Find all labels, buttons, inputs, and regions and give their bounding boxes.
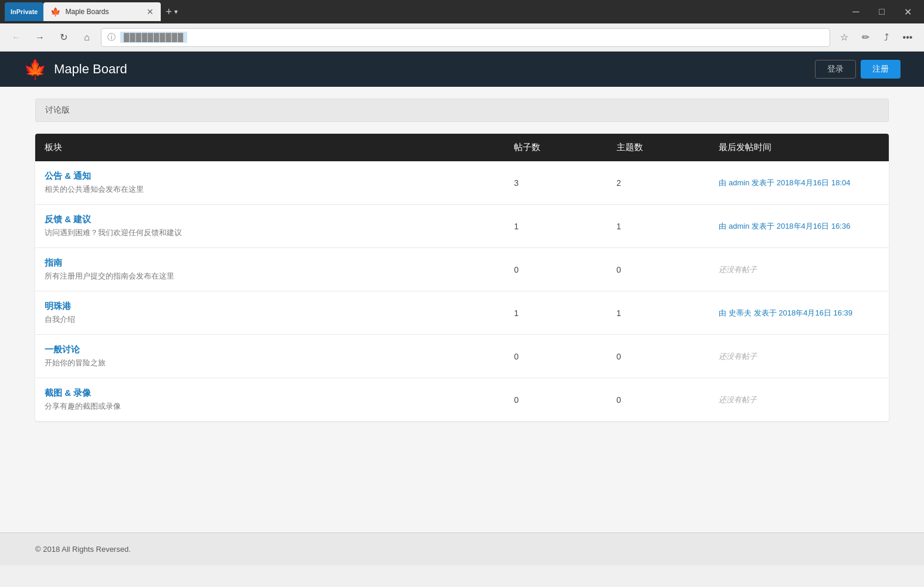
board-desc: 相关的公共通知会发布在这里	[45, 185, 144, 194]
title-bar: InPrivate 🍁 Maple Boards ✕ + ▾ ─ □ ✕	[0, 0, 924, 23]
app-logo: 🍁 Maple Board	[23, 58, 127, 80]
board-desc: 自我介绍	[45, 315, 75, 324]
table-row: 反馈 & 建议访问遇到困难？我们欢迎任何反馈和建议11由 admin 发表于 2…	[35, 205, 889, 248]
page-content: 讨论版 板块 帖子数 主题数 最后发帖时间 公告 & 通知相关的公共通知会发布在…	[0, 87, 924, 532]
posts-cell: 0	[505, 378, 607, 422]
col-header-lastpost: 最后发帖时间	[709, 134, 889, 161]
last-post-cell: 还没有帖子	[709, 378, 889, 422]
header-buttons: 登录 注册	[815, 60, 901, 79]
board-desc: 访问遇到困难？我们欢迎任何反馈和建议	[45, 228, 182, 237]
table-row: 截图 & 录像分享有趣的截图或录像00还没有帖子	[35, 378, 889, 422]
share-button[interactable]: ⤴	[877, 28, 896, 47]
topics-cell: 0	[607, 378, 710, 422]
app-header: 🍁 Maple Board 登录 注册	[0, 52, 924, 87]
address-text: ██████████	[120, 32, 187, 43]
page-footer: © 2018 All Rights Reversed.	[0, 532, 924, 565]
posts-cell: 1	[505, 291, 607, 335]
last-post-cell: 由 史蒂夫 发表于 2018年4月16日 16:39	[709, 291, 889, 335]
board-cell: 一般讨论开始你的冒险之旅	[35, 335, 505, 378]
posts-cell: 1	[505, 205, 607, 248]
refresh-button[interactable]: ↻	[54, 28, 73, 47]
board-cell: 反馈 & 建议访问遇到困难？我们欢迎任何反馈和建议	[35, 205, 505, 248]
board-link[interactable]: 截图 & 录像	[45, 388, 495, 399]
register-button[interactable]: 注册	[861, 60, 901, 79]
last-post-link[interactable]: 由 admin 发表于 2018年4月16日 16:36	[719, 222, 850, 230]
forum-table: 板块 帖子数 主题数 最后发帖时间 公告 & 通知相关的公共通知会发布在这里32…	[35, 134, 889, 421]
board-desc: 分享有趣的截图或录像	[45, 402, 121, 410]
last-post-link[interactable]: 由 史蒂夫 发表于 2018年4月16日 16:39	[719, 308, 852, 317]
address-bar[interactable]: ⓘ ██████████	[101, 28, 830, 47]
topics-cell: 1	[607, 291, 710, 335]
window-controls: ─ □ ✕	[844, 2, 919, 21]
tab-title-text: Maple Boards	[65, 8, 142, 16]
login-button[interactable]: 登录	[815, 60, 856, 79]
close-button[interactable]: ✕	[896, 2, 919, 21]
tab-favicon: 🍁	[50, 7, 60, 16]
posts-cell: 0	[505, 335, 607, 378]
board-cell: 截图 & 录像分享有趣的截图或录像	[35, 378, 505, 422]
nav-actions: ☆ ✏ ⤴ •••	[835, 28, 917, 47]
topics-cell: 2	[607, 161, 710, 205]
posts-cell: 3	[505, 161, 607, 205]
table-row: 一般讨论开始你的冒险之旅00还没有帖子	[35, 335, 889, 378]
no-posts-text: 还没有帖子	[719, 265, 757, 274]
inprivate-badge: InPrivate	[5, 2, 43, 21]
notes-button[interactable]: ✏	[856, 28, 875, 47]
topics-cell: 0	[607, 248, 710, 291]
forum-rows: 公告 & 通知相关的公共通知会发布在这里32由 admin 发表于 2018年4…	[35, 161, 889, 421]
last-post-link[interactable]: 由 admin 发表于 2018年4月16日 18:04	[719, 178, 850, 187]
favorites-button[interactable]: ☆	[835, 28, 854, 47]
last-post-cell: 还没有帖子	[709, 335, 889, 378]
last-post-cell: 由 admin 发表于 2018年4月16日 18:04	[709, 161, 889, 205]
active-tab[interactable]: 🍁 Maple Boards ✕	[43, 2, 161, 21]
tab-close-button[interactable]: ✕	[147, 7, 154, 16]
board-cell: 明珠港自我介绍	[35, 291, 505, 335]
board-desc: 所有注册用户提交的指南会发布在这里	[45, 272, 174, 280]
board-cell: 指南所有注册用户提交的指南会发布在这里	[35, 248, 505, 291]
table-row: 公告 & 通知相关的公共通知会发布在这里32由 admin 发表于 2018年4…	[35, 161, 889, 205]
browser-chrome: InPrivate 🍁 Maple Boards ✕ + ▾ ─ □ ✕ ← →…	[0, 0, 924, 52]
board-link[interactable]: 公告 & 通知	[45, 171, 495, 182]
settings-button[interactable]: •••	[898, 28, 917, 47]
board-link[interactable]: 明珠港	[45, 301, 495, 312]
no-posts-text: 还没有帖子	[719, 395, 757, 404]
table-header-row: 板块 帖子数 主题数 最后发帖时间	[35, 134, 889, 161]
topics-cell: 1	[607, 205, 710, 248]
maple-leaf-icon: 🍁	[23, 58, 47, 80]
new-tab-button[interactable]: +	[165, 6, 172, 18]
board-link[interactable]: 一般讨论	[45, 344, 495, 355]
last-post-cell: 由 admin 发表于 2018年4月16日 16:36	[709, 205, 889, 248]
topics-cell: 0	[607, 335, 710, 378]
nav-bar: ← → ↻ ⌂ ⓘ ██████████ ☆ ✏ ⤴ •••	[0, 23, 924, 52]
app-name: Maple Board	[54, 62, 127, 77]
board-link[interactable]: 反馈 & 建议	[45, 214, 495, 225]
posts-cell: 0	[505, 248, 607, 291]
board-desc: 开始你的冒险之旅	[45, 358, 106, 367]
home-button[interactable]: ⌂	[77, 28, 96, 47]
back-button[interactable]: ←	[7, 28, 26, 47]
forward-button[interactable]: →	[31, 28, 49, 47]
col-header-board: 板块	[35, 134, 505, 161]
board-cell: 公告 & 通知相关的公共通知会发布在这里	[35, 161, 505, 205]
maximize-button[interactable]: □	[870, 2, 893, 21]
table-row: 明珠港自我介绍11由 史蒂夫 发表于 2018年4月16日 16:39	[35, 291, 889, 335]
minimize-button[interactable]: ─	[844, 2, 868, 21]
tab-strip: InPrivate 🍁 Maple Boards ✕ + ▾	[5, 2, 178, 21]
tab-dropdown-button[interactable]: ▾	[174, 8, 178, 16]
copyright-text: © 2018 All Rights Reversed.	[35, 545, 131, 554]
board-link[interactable]: 指南	[45, 257, 495, 269]
col-header-posts: 帖子数	[505, 134, 607, 161]
col-header-topics: 主题数	[607, 134, 710, 161]
security-icon: ⓘ	[107, 32, 116, 43]
breadcrumb: 讨论版	[35, 99, 889, 122]
no-posts-text: 还没有帖子	[719, 352, 757, 361]
table-row: 指南所有注册用户提交的指南会发布在这里00还没有帖子	[35, 248, 889, 291]
last-post-cell: 还没有帖子	[709, 248, 889, 291]
